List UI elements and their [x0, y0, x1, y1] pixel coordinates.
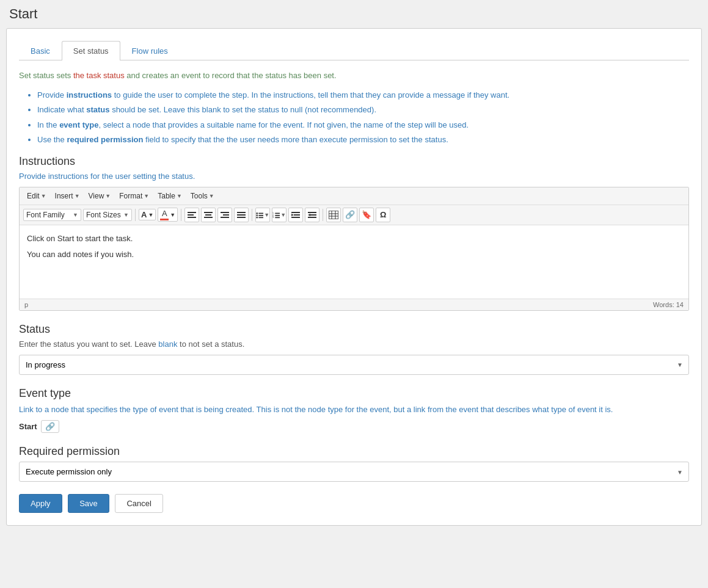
status-select[interactable]: In progress Not started Complete On hold — [19, 355, 689, 375]
required-permission-select[interactable]: Execute permission only Edit permission … — [19, 462, 689, 482]
tab-basic[interactable]: Basic — [19, 41, 62, 60]
main-card: Basic Set status Flow rules Set status s… — [6, 28, 702, 526]
special-char-btn[interactable]: Ω — [376, 208, 390, 222]
font-family-label: Font Family — [26, 211, 65, 219]
bookmark-btn[interactable]: 🔖 — [359, 208, 374, 222]
editor-wrapper: Edit ▼ Insert ▼ View ▼ Format ▼ Table ▼ … — [19, 187, 689, 311]
indent-btn[interactable] — [305, 208, 319, 222]
bg-color-btn[interactable]: A ▼ — [158, 208, 178, 222]
editor-word-count: Words: 14 — [653, 301, 684, 308]
svg-point-14 — [257, 214, 258, 216]
required-permission-title: Required permission — [19, 445, 689, 458]
menu-table[interactable]: Table ▼ — [154, 190, 186, 202]
status-blank-link[interactable]: blank — [158, 339, 177, 349]
instructions-desc: Provide instructions for the user settin… — [19, 172, 689, 181]
outdent-btn[interactable] — [288, 208, 303, 222]
align-right-btn[interactable] — [217, 208, 232, 222]
bullet-4: Use the required permission field to spe… — [37, 134, 689, 146]
font-size-select[interactable]: Font Sizes ▼ — [83, 209, 132, 221]
divider-2 — [181, 209, 181, 221]
status-select-wrapper: In progress Not started Complete On hold — [19, 355, 689, 375]
menu-view[interactable]: View ▼ — [85, 190, 115, 202]
font-family-select[interactable]: Font Family ▼ — [23, 209, 81, 221]
svg-point-12 — [257, 212, 258, 214]
link-btn[interactable]: 🔗 — [343, 208, 357, 222]
svg-text:3.: 3. — [272, 216, 274, 219]
tab-set-status[interactable]: Set status — [62, 41, 120, 60]
svg-marker-27 — [291, 214, 294, 216]
editor-statusbar: p Words: 14 — [20, 299, 688, 310]
page-title: Start — [6, 6, 702, 22]
save-button[interactable]: Save — [68, 494, 109, 513]
event-type-link-row: Start 🔗 — [19, 420, 689, 433]
editor-toolbar: Font Family ▼ Font Sizes ▼ A▼ A ▼ — [20, 205, 688, 225]
table-insert-btn[interactable] — [326, 208, 341, 222]
editor-line-2: You can add notes if you wish. — [27, 249, 681, 261]
svg-point-16 — [257, 217, 258, 219]
editor-menubar: Edit ▼ Insert ▼ View ▼ Format ▼ Table ▼ … — [20, 187, 688, 205]
align-left-btn[interactable] — [184, 208, 199, 222]
menu-insert[interactable]: Insert ▼ — [51, 190, 84, 202]
align-center-btn[interactable] — [201, 208, 216, 222]
align-justify-btn[interactable] — [234, 208, 249, 222]
required-permission-select-wrapper: Execute permission only Edit permission … — [19, 462, 689, 482]
tabs-bar: Basic Set status Flow rules — [19, 41, 689, 60]
event-type-link-label: Start — [19, 422, 37, 431]
font-color-btn[interactable]: A▼ — [139, 209, 156, 220]
event-type-link-btn[interactable]: 🔗 — [41, 420, 59, 433]
event-type-desc: Link to a node that specifies the type o… — [19, 404, 689, 416]
tab-flow-rules[interactable]: Flow rules — [120, 41, 180, 60]
editor-content[interactable]: Click on Start to start the task. You ca… — [20, 225, 688, 299]
menu-format[interactable]: Format ▼ — [115, 190, 153, 202]
font-size-label: Font Sizes — [86, 211, 121, 219]
event-type-title: Event type — [19, 387, 689, 400]
instructions-title: Instructions — [19, 155, 689, 168]
action-buttons: Apply Save Cancel — [19, 494, 689, 513]
bullet-3: In the event type, select a node that pr… — [37, 119, 689, 131]
cancel-button[interactable]: Cancel — [115, 494, 162, 513]
bullet-list-btn[interactable]: ▼ — [255, 208, 270, 222]
svg-rect-32 — [329, 211, 338, 219]
menu-edit[interactable]: Edit ▼ — [23, 190, 50, 202]
divider-4 — [323, 209, 323, 221]
intro-main-text: Set status sets the task status and crea… — [19, 70, 689, 82]
bullet-1: Provide instructions to guide the user t… — [37, 89, 689, 101]
apply-button[interactable]: Apply — [19, 494, 62, 513]
editor-line-1: Click on Start to start the task. — [27, 233, 681, 245]
status-title: Status — [19, 323, 689, 336]
numbered-list-btn[interactable]: 1.2.3. ▼ — [272, 208, 286, 222]
svg-marker-31 — [308, 214, 310, 216]
editor-element-indicator: p — [24, 301, 28, 308]
divider-3 — [252, 209, 252, 221]
menu-tools[interactable]: Tools ▼ — [187, 190, 218, 202]
status-desc: Enter the status you want to set. Leave … — [19, 339, 689, 349]
divider-1 — [135, 209, 136, 221]
intro-bullet-list: Provide instructions to guide the user t… — [19, 89, 689, 146]
bullet-2: Indicate what status should be set. Leav… — [37, 104, 689, 116]
